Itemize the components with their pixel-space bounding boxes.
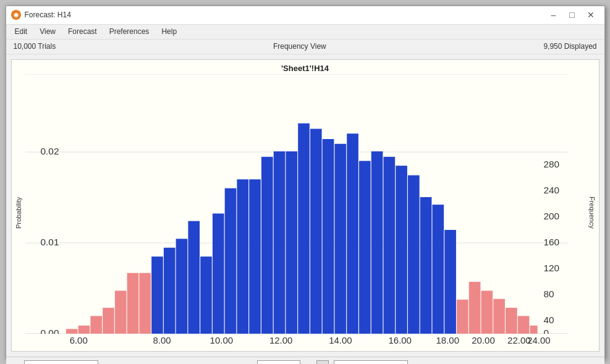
svg-text:8.00: 8.00 [153,336,171,345]
main-window: ◉ Forecast: H14 – □ ✕ Edit View Forecast… [6,6,605,359]
bar-23 [347,133,358,334]
svg-text:40: 40 [543,315,554,325]
bar-4 [114,290,126,334]
bar-7 [151,256,163,334]
svg-text:◄: ◄ [450,332,462,333]
plot-area: 0.00 0.01 0.02 0 40 80 120 160 200 240 2… [25,74,568,334]
close-button[interactable]: ✕ [582,8,599,22]
bar-1 [78,325,90,333]
histogram-svg: 0.00 0.01 0.02 0 40 80 120 160 200 240 2… [25,74,568,334]
svg-text:0.01: 0.01 [40,237,59,247]
bar-18 [286,151,297,333]
bar-26 [383,156,395,333]
chart-inner: 0.00 0.01 0.02 0 40 80 120 160 200 240 2… [25,74,599,351]
bar-32 [457,299,468,333]
bar-14 [237,179,248,334]
stats-bar: 10,000 Trials Frequency View 9,950 Displ… [6,40,604,54]
bar-29 [420,197,431,333]
svg-text:6.00: 6.00 [69,336,87,345]
maximize-button[interactable]: □ [564,8,581,22]
menu-bar: Edit View Forecast Preferences Help [6,25,604,40]
menu-view[interactable]: View [33,26,62,37]
svg-text:80: 80 [543,289,554,299]
bar-24 [358,161,370,334]
bar-10 [188,221,200,333]
bar-21 [322,139,334,334]
x-axis-svg: 6.00 8.00 10.00 12.00 14.00 16.00 18.00 … [39,334,568,349]
view-type: Frequency View [273,42,326,51]
bar-19 [298,123,310,333]
bar-31 [444,230,456,334]
svg-text:280: 280 [543,159,559,169]
bar-28 [407,175,419,333]
svg-text:20.00: 20.00 [472,336,494,345]
bar-27 [396,166,407,334]
y-axis-right-label: Frequency [585,74,599,351]
bar-36 [506,308,517,334]
displayed-count: 9,950 Displayed [543,42,596,51]
bar-37 [517,316,529,334]
bar-2 [90,316,102,334]
svg-text:18.00: 18.00 [436,336,459,345]
bar-8 [163,247,175,333]
svg-text:14.00: 14.00 [329,336,352,345]
minimize-button[interactable]: – [545,8,562,22]
title-bar: ◉ Forecast: H14 – □ ✕ [6,6,604,25]
svg-text:160: 160 [543,237,559,247]
chart-body: Probability 0.00 0.01 [12,74,599,351]
title-bar-left: ◉ Forecast: H14 [11,10,71,20]
bar-22 [334,143,346,333]
right-value-input[interactable] [334,360,408,364]
svg-text:24.00: 24.00 [527,336,550,345]
trials-count: 10,000 Trials [14,42,56,51]
bar-5 [127,273,138,333]
bar-33 [468,282,480,334]
svg-text:12.00: 12.00 [269,336,292,345]
certainty-input[interactable] [257,360,300,364]
chart-title: 'Sheet1'!H14 [12,60,599,74]
menu-edit[interactable]: Edit [9,26,34,37]
menu-help[interactable]: Help [155,26,183,37]
y-axis-left-label: Probability [12,74,25,351]
bar-3 [103,308,114,334]
bar-38 [530,325,537,333]
bar-12 [212,213,224,334]
bar-11 [200,256,212,334]
svg-text:0: 0 [543,328,549,334]
svg-text:0.02: 0.02 [40,146,59,156]
x-axis-area: 6.00 8.00 10.00 12.00 14.00 16.00 18.00 … [25,334,599,351]
bar-35 [493,298,505,333]
bar-34 [481,290,493,334]
bar-9 [176,239,187,334]
bar-30 [432,205,444,334]
menu-forecast[interactable]: Forecast [62,26,103,37]
svg-text:16.00: 16.00 [388,336,411,345]
bar-17 [273,151,285,333]
bar-13 [224,188,236,333]
bar-0 [66,329,77,334]
svg-text:10.00: 10.00 [210,336,232,345]
bar-16 [261,156,273,333]
svg-text:240: 240 [543,185,559,195]
window-controls: – □ ✕ [545,8,599,22]
bar-6 [139,273,151,333]
menu-preferences[interactable]: Preferences [103,26,156,37]
bar-25 [371,151,383,333]
svg-text:0.00: 0.00 [40,328,59,334]
bottom-bar: ◄ Certainty: % ◄ CSDN @EdmondSung [6,357,604,364]
svg-text:120: 120 [543,263,559,273]
svg-text:▼: ▼ [145,332,158,333]
arrow-button[interactable]: ◄ [316,360,329,364]
bar-20 [310,129,321,334]
left-value-input[interactable] [24,360,98,364]
app-icon: ◉ [11,10,21,20]
bar-15 [249,179,261,334]
window-title: Forecast: H14 [25,11,71,19]
chart-area: 'Sheet1'!H14 Probability [11,59,599,352]
svg-text:200: 200 [543,211,559,221]
